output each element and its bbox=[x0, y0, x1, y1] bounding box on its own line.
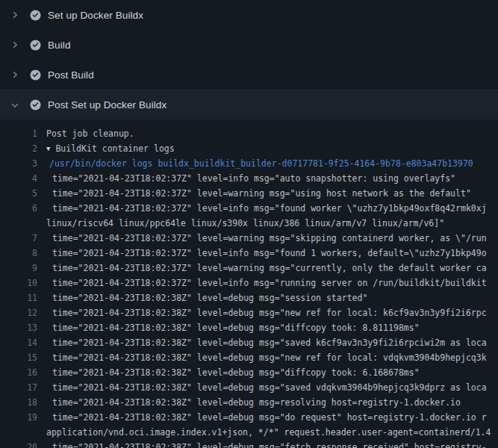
log-text: time="2021-04-23T18:02:38Z" level=debug … bbox=[46, 395, 498, 410]
log-text: time="2021-04-23T18:02:38Z" level=debug … bbox=[46, 380, 498, 395]
log-line: 10time="2021-04-23T18:02:37Z" level=info… bbox=[0, 276, 498, 290]
actions-log-viewer: Set up Docker BuildxBuildPost BuildPost … bbox=[0, 0, 498, 448]
log-group-caret-icon[interactable]: ▼ bbox=[46, 141, 50, 156]
log-text: time="2021-04-23T18:02:38Z" level=debug … bbox=[46, 335, 498, 350]
line-number[interactable]: 19 bbox=[0, 410, 46, 425]
log-line: 1Post job cleanup. bbox=[0, 126, 498, 141]
step-label: Post Set up Docker Buildx bbox=[48, 99, 166, 111]
log-line: 14time="2021-04-23T18:02:38Z" level=debu… bbox=[0, 335, 498, 350]
line-number[interactable]: 7 bbox=[0, 231, 46, 246]
log-line: 8time="2021-04-23T18:02:37Z" level=info … bbox=[0, 246, 498, 261]
check-circle-icon bbox=[30, 99, 41, 111]
line-number[interactable]: 4 bbox=[0, 171, 46, 186]
log-text: time="2021-04-23T18:02:37Z" level=info m… bbox=[46, 276, 498, 290]
line-number[interactable]: 10 bbox=[0, 276, 46, 290]
check-circle-icon bbox=[30, 10, 41, 21]
log-text: time="2021-04-23T18:02:37Z" level=info m… bbox=[46, 201, 498, 216]
line-number bbox=[0, 425, 46, 440]
step-row-post-build[interactable]: Post Build bbox=[0, 60, 498, 90]
line-number[interactable]: 17 bbox=[0, 380, 46, 395]
log-line: 17time="2021-04-23T18:02:38Z" level=debu… bbox=[0, 380, 498, 395]
line-number[interactable]: 5 bbox=[0, 186, 46, 201]
step-row-set-up-docker-buildx[interactable]: Set up Docker Buildx bbox=[0, 0, 498, 30]
line-number[interactable]: 20 bbox=[0, 440, 46, 448]
line-number[interactable]: 1 bbox=[0, 126, 46, 141]
log-line: 4time="2021-04-23T18:02:37Z" level=info … bbox=[0, 171, 498, 186]
chevron-right-icon bbox=[10, 70, 19, 80]
line-number[interactable]: 9 bbox=[0, 261, 46, 276]
log-text: time="2021-04-23T18:02:38Z" level=debug … bbox=[46, 305, 498, 320]
line-number[interactable]: 14 bbox=[0, 335, 46, 350]
log-text: time="2021-04-23T18:02:38Z" level=debug … bbox=[46, 440, 498, 448]
log-text: time="2021-04-23T18:02:37Z" level=warnin… bbox=[46, 261, 498, 276]
log-line: application/vnd.oci.image.index.v1+json,… bbox=[0, 425, 498, 440]
log-text: time="2021-04-23T18:02:37Z" level=warnin… bbox=[46, 231, 498, 246]
log-line: 2▼BuildKit container logs bbox=[0, 141, 498, 156]
log-text: time="2021-04-23T18:02:38Z" level=debug … bbox=[46, 350, 498, 365]
chevron-right-icon bbox=[10, 10, 19, 20]
log-line: 6time="2021-04-23T18:02:37Z" level=info … bbox=[0, 201, 498, 216]
log-line: 12time="2021-04-23T18:02:38Z" level=debu… bbox=[0, 305, 498, 320]
log-line: linux/riscv64 linux/ppc64le linux/s390x … bbox=[0, 216, 498, 231]
log-line: 9time="2021-04-23T18:02:37Z" level=warni… bbox=[0, 261, 498, 276]
log-line: 18time="2021-04-23T18:02:38Z" level=debu… bbox=[0, 395, 498, 410]
chevron-down-icon bbox=[10, 100, 19, 110]
step-label: Set up Docker Buildx bbox=[48, 10, 143, 21]
line-number bbox=[0, 216, 46, 231]
log-text: time="2021-04-23T18:02:37Z" level=info m… bbox=[46, 246, 498, 261]
line-number[interactable]: 11 bbox=[0, 290, 46, 305]
line-number[interactable]: 18 bbox=[0, 395, 46, 410]
log-text: time="2021-04-23T18:02:38Z" level=debug … bbox=[46, 320, 498, 335]
log-text: time="2021-04-23T18:02:38Z" level=debug … bbox=[46, 365, 498, 380]
log-line: 13time="2021-04-23T18:02:38Z" level=debu… bbox=[0, 320, 498, 335]
log-text: application/vnd.oci.image.index.v1+json,… bbox=[46, 425, 498, 440]
line-number[interactable]: 15 bbox=[0, 350, 46, 365]
log-line: 16time="2021-04-23T18:02:38Z" level=debu… bbox=[0, 365, 498, 380]
step-row-post-set-up-docker-buildx[interactable]: Post Set up Docker Buildx bbox=[0, 90, 498, 119]
step-label: Post Build bbox=[48, 69, 94, 81]
log-text: time="2021-04-23T18:02:37Z" level=info m… bbox=[46, 171, 498, 186]
log-text: Post job cleanup. bbox=[46, 126, 498, 141]
step-row-build[interactable]: Build bbox=[0, 30, 498, 60]
line-number[interactable]: 16 bbox=[0, 365, 46, 380]
chevron-right-icon bbox=[10, 40, 19, 50]
log-line: 11time="2021-04-23T18:02:38Z" level=debu… bbox=[0, 290, 498, 305]
log-line: 5time="2021-04-23T18:02:37Z" level=warni… bbox=[0, 186, 498, 201]
line-number[interactable]: 6 bbox=[0, 201, 46, 216]
line-number[interactable]: 8 bbox=[0, 246, 46, 261]
log-text: time="2021-04-23T18:02:38Z" level=debug … bbox=[46, 290, 498, 305]
log-line: 20time="2021-04-23T18:02:38Z" level=debu… bbox=[0, 440, 498, 448]
line-number[interactable]: 12 bbox=[0, 305, 46, 320]
log-group-label: BuildKit container logs bbox=[55, 143, 174, 154]
log-text: ▼BuildKit container logs bbox=[46, 141, 498, 156]
log-command-text[interactable]: /usr/bin/docker logs buildx_buildkit_bui… bbox=[46, 156, 498, 171]
line-number[interactable]: 13 bbox=[0, 320, 46, 335]
log-text: linux/riscv64 linux/ppc64le linux/s390x … bbox=[46, 216, 498, 231]
step-label: Build bbox=[48, 40, 71, 51]
log-line: 15time="2021-04-23T18:02:38Z" level=debu… bbox=[0, 350, 498, 365]
log-text: time="2021-04-23T18:02:38Z" level=debug … bbox=[46, 410, 498, 425]
log-line: 7time="2021-04-23T18:02:37Z" level=warni… bbox=[0, 231, 498, 246]
line-number[interactable]: 3 bbox=[0, 156, 46, 171]
log-line: 19time="2021-04-23T18:02:38Z" level=debu… bbox=[0, 410, 498, 425]
steps-list: Set up Docker BuildxBuildPost BuildPost … bbox=[0, 0, 498, 119]
log-line: 3/usr/bin/docker logs buildx_buildkit_bu… bbox=[0, 156, 498, 171]
log-text: time="2021-04-23T18:02:37Z" level=warnin… bbox=[46, 186, 498, 201]
check-circle-icon bbox=[30, 40, 41, 51]
check-circle-icon bbox=[30, 69, 41, 81]
line-number[interactable]: 2 bbox=[0, 141, 46, 156]
log-lines: 1Post job cleanup.2▼BuildKit container l… bbox=[0, 119, 498, 448]
